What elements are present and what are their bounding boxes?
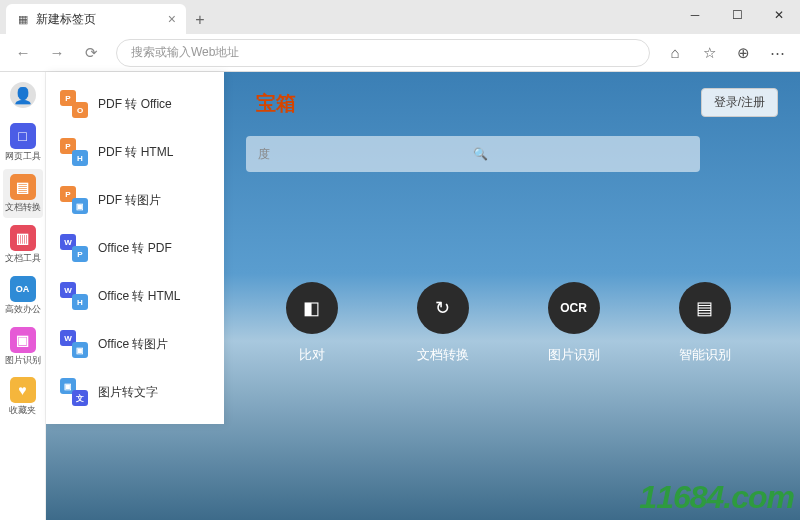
minimize-button[interactable]: ─ <box>674 0 716 30</box>
sidebar-item-doctools[interactable]: ▥ 文档工具 <box>3 220 43 269</box>
flyout-label: PDF 转 HTML <box>98 144 173 161</box>
convert-icon: ↻ <box>417 282 469 334</box>
tab-title: 新建标签页 <box>36 11 96 28</box>
sidebar-label: 高效办公 <box>5 305 41 315</box>
sidebar-item-docconvert[interactable]: ▤ 文档转换 <box>3 169 43 218</box>
extensions-icon[interactable]: ⊕ <box>728 38 758 68</box>
flyout-pdf-to-office[interactable]: PO PDF 转 Office <box>52 80 218 128</box>
search-icon[interactable]: 🔍 <box>473 147 688 161</box>
left-sidebar: 👤 □ 网页工具 ▤ 文档转换 ▥ 文档工具 OA 高效办公 ▣ 图片识别 ♥ … <box>0 72 46 520</box>
tile-convert[interactable]: ↻ 文档转换 <box>417 282 469 364</box>
browser-tab[interactable]: ▦ 新建标签页 × <box>6 4 186 34</box>
tile-label: 图片识别 <box>548 346 600 364</box>
flyout-img-to-text[interactable]: ▣文 图片转文字 <box>52 368 218 416</box>
flyout-office-to-img[interactable]: W▣ Office 转图片 <box>52 320 218 368</box>
docconvert-icon: ▤ <box>10 174 36 200</box>
doctools-icon: ▥ <box>10 225 36 251</box>
pdf-to-office-icon: PO <box>60 90 88 118</box>
office-to-pdf-icon: WP <box>60 234 88 262</box>
brand-text: 宝箱 <box>256 90 296 117</box>
flyout-office-to-html[interactable]: WH Office 转 HTML <box>52 272 218 320</box>
browser-toolbar: ← → ⟳ 搜索或输入Web地址 ⌂ ☆ ⊕ ⋯ <box>0 34 800 72</box>
flyout-label: PDF 转图片 <box>98 192 161 209</box>
sidebar-label: 收藏夹 <box>9 406 36 416</box>
back-button[interactable]: ← <box>8 38 38 68</box>
pdf-to-img-icon: P▣ <box>60 186 88 214</box>
flyout-label: Office 转 PDF <box>98 240 172 257</box>
user-avatar[interactable]: 👤 <box>10 82 36 108</box>
content-area: 👤 □ 网页工具 ▤ 文档转换 ▥ 文档工具 OA 高效办公 ▣ 图片识别 ♥ … <box>0 72 800 520</box>
fav-icon: ♥ <box>10 377 36 403</box>
smart-icon: ▤ <box>679 282 731 334</box>
sidebar-item-fav[interactable]: ♥ 收藏夹 <box>3 372 43 421</box>
menu-icon[interactable]: ⋯ <box>762 38 792 68</box>
img-to-text-icon: ▣文 <box>60 378 88 406</box>
tile-compare[interactable]: ◧ 比对 <box>286 282 338 364</box>
tile-label: 比对 <box>299 346 325 364</box>
sidebar-label: 网页工具 <box>5 152 41 162</box>
flyout-office-to-pdf[interactable]: WP Office 转 PDF <box>52 224 218 272</box>
tab-close-icon[interactable]: × <box>168 11 176 27</box>
sidebar-item-imgrec[interactable]: ▣ 图片识别 <box>3 322 43 371</box>
sidebar-label: 图片识别 <box>5 356 41 366</box>
sidebar-item-office[interactable]: OA 高效办公 <box>3 271 43 320</box>
tile-label: 智能识别 <box>679 346 731 364</box>
sidebar-label: 文档工具 <box>5 254 41 264</box>
watermark: 11684.com <box>639 479 794 516</box>
home-icon[interactable]: ⌂ <box>660 38 690 68</box>
ocr-icon: OCR <box>548 282 600 334</box>
flyout-label: Office 转 HTML <box>98 288 180 305</box>
tile-smart[interactable]: ▤ 智能识别 <box>679 282 731 364</box>
docconvert-flyout: PO PDF 转 Office PH PDF 转 HTML P▣ PDF 转图片… <box>46 72 224 424</box>
tab-favicon: ▦ <box>16 12 30 26</box>
office-icon: OA <box>10 276 36 302</box>
flyout-label: 图片转文字 <box>98 384 158 401</box>
tile-label: 文档转换 <box>417 346 469 364</box>
favorite-icon[interactable]: ☆ <box>694 38 724 68</box>
office-to-img-icon: W▣ <box>60 330 88 358</box>
address-placeholder: 搜索或输入Web地址 <box>131 44 239 61</box>
feature-tiles: ◧ 比对 ↻ 文档转换 OCR 图片识别 ▤ 智能识别 <box>246 282 770 364</box>
webtools-icon: □ <box>10 123 36 149</box>
forward-button[interactable]: → <box>42 38 72 68</box>
tile-ocr[interactable]: OCR 图片识别 <box>548 282 600 364</box>
flyout-label: Office 转图片 <box>98 336 168 353</box>
close-button[interactable]: ✕ <box>758 0 800 30</box>
refresh-button[interactable]: ⟳ <box>76 38 106 68</box>
title-bar: ▦ 新建标签页 × + ─ ☐ ✕ <box>0 0 800 34</box>
sidebar-item-webtools[interactable]: □ 网页工具 <box>3 118 43 167</box>
flyout-pdf-to-html[interactable]: PH PDF 转 HTML <box>52 128 218 176</box>
new-tab-button[interactable]: + <box>186 6 214 34</box>
imgrec-icon: ▣ <box>10 327 36 353</box>
office-to-html-icon: WH <box>60 282 88 310</box>
flyout-label: PDF 转 Office <box>98 96 172 113</box>
page-search[interactable]: 度 🔍 <box>246 136 700 172</box>
maximize-button[interactable]: ☐ <box>716 0 758 30</box>
pdf-to-html-icon: PH <box>60 138 88 166</box>
flyout-pdf-to-img[interactable]: P▣ PDF 转图片 <box>52 176 218 224</box>
address-bar[interactable]: 搜索或输入Web地址 <box>116 39 650 67</box>
sidebar-label: 文档转换 <box>5 203 41 213</box>
search-hint: 度 <box>258 146 473 163</box>
login-button[interactable]: 登录/注册 <box>701 88 778 117</box>
window-controls: ─ ☐ ✕ <box>674 0 800 30</box>
compare-icon: ◧ <box>286 282 338 334</box>
